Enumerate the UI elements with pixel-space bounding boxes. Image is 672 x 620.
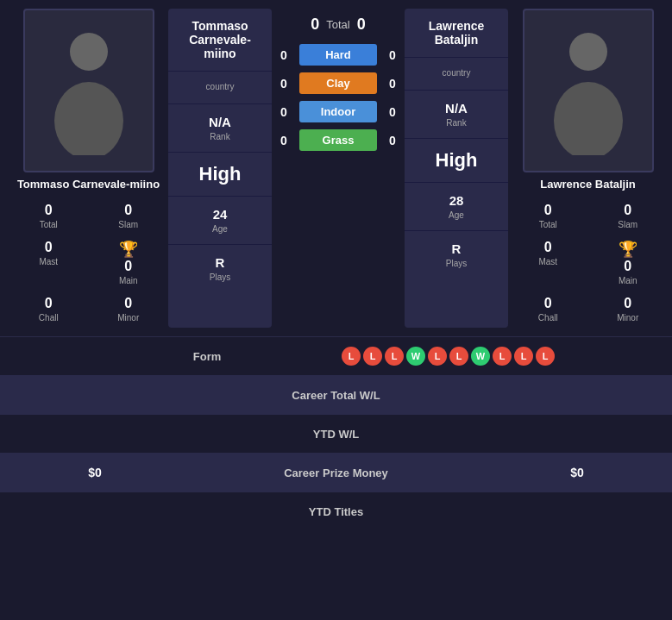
surface-right-score: 0 xyxy=(384,48,401,62)
right-mast-cell: 0 Mast xyxy=(508,235,588,291)
right-detail-card: LawrenceBataljin country N/A Rank High 2… xyxy=(405,9,508,328)
form-badge-8: L xyxy=(514,347,533,366)
left-chall-value: 0 xyxy=(45,296,53,311)
form-badge-0: L xyxy=(342,347,361,366)
left-slam-cell: 0 Slam xyxy=(89,197,169,235)
right-slam-value: 0 xyxy=(624,203,631,218)
right-player-avatar xyxy=(523,9,654,172)
left-name-header: TommasoCarnevale-miino xyxy=(175,19,265,60)
left-total-value: 0 xyxy=(45,203,53,218)
surface-btn-clay[interactable]: Clay xyxy=(299,72,377,94)
svg-point-3 xyxy=(554,82,623,155)
left-chall-cell: 0 Chall xyxy=(9,291,89,328)
form-label: Form xyxy=(173,348,242,364)
left-player-avatar xyxy=(23,9,154,172)
ytd-titles-row: YTD Titles xyxy=(0,492,672,530)
right-high-row: High xyxy=(405,139,508,183)
left-minor-value: 0 xyxy=(124,296,132,311)
left-main-label: Main xyxy=(119,276,138,285)
right-age-row: 28 Age xyxy=(405,183,508,231)
right-chall-cell: 0 Chall xyxy=(508,291,588,328)
left-slam-value: 0 xyxy=(124,203,132,218)
left-minor-cell: 0 Minor xyxy=(89,291,169,328)
surfaces-container: 0 Hard 0 0 Clay 0 0 Indoor 0 0 Grass 0 xyxy=(275,44,401,158)
left-plays-label: Plays xyxy=(210,272,230,282)
left-high-value: High xyxy=(199,163,242,185)
right-plays-value: R xyxy=(452,241,462,256)
right-player-name: Lawrence Bataljin xyxy=(540,178,636,191)
center-total-label: Total xyxy=(326,18,349,31)
center-total-right: 0 xyxy=(357,16,366,34)
svg-point-2 xyxy=(569,33,607,71)
left-age-value: 24 xyxy=(213,207,228,222)
right-chall-label: Chall xyxy=(538,313,558,323)
form-badge-9: L xyxy=(536,347,555,366)
career-total-label: Career Total W/L xyxy=(173,389,499,402)
main-container: Tommaso Carnevale-miino 0 Total 0 Slam 0… xyxy=(0,0,672,530)
left-detail-card: TommasoCarnevale-miino country N/A Rank … xyxy=(168,9,272,328)
right-name-header: LawrenceBataljin xyxy=(429,19,485,47)
center-total-left: 0 xyxy=(311,16,319,34)
ytd-wl-label: YTD W/L xyxy=(173,428,499,441)
left-main-value: 0 xyxy=(124,259,132,274)
left-name-header-row: TommasoCarnevale-miino xyxy=(168,9,272,72)
center-column: 0 Total 0 0 Hard 0 0 Clay 0 0 Indoor 0 0… xyxy=(272,9,405,328)
left-rank-row: N/A Rank xyxy=(168,104,272,153)
right-main-label: Main xyxy=(619,276,637,285)
form-badges: LLLWLLWLLL xyxy=(242,347,655,366)
ytd-wl-row: YTD W/L xyxy=(0,414,672,453)
prize-label: Career Prize Money xyxy=(173,467,499,479)
right-name-header-row: LawrenceBataljin xyxy=(405,9,508,58)
left-player-stats: 0 Total 0 Slam 0 Mast 🏆 0 Main 0 xyxy=(9,197,168,328)
right-mast-value: 0 xyxy=(544,240,552,255)
left-total-label: Total xyxy=(40,220,58,229)
career-total-row: Career Total W/L xyxy=(0,375,672,414)
left-trophy-icon: 🏆 xyxy=(119,240,138,259)
left-chall-label: Chall xyxy=(39,313,59,323)
right-total-label: Total xyxy=(539,220,557,229)
surface-right-score: 0 xyxy=(384,105,401,119)
left-player-name: Tommaso Carnevale-miino xyxy=(17,178,160,191)
right-age-label: Age xyxy=(449,210,464,220)
left-age-row: 24 Age xyxy=(168,197,272,245)
left-plays-value: R xyxy=(216,255,225,270)
surface-btn-indoor[interactable]: Indoor xyxy=(299,101,377,122)
form-badge-4: L xyxy=(428,347,447,366)
left-rank-value: N/A xyxy=(209,115,231,129)
surface-btn-hard[interactable]: Hard xyxy=(299,44,377,66)
prize-row: $0 Career Prize Money $0 xyxy=(0,453,672,492)
middle-section: TommasoCarnevale-miino country N/A Rank … xyxy=(168,9,508,328)
surface-left-score: 0 xyxy=(275,134,292,147)
left-age-label: Age xyxy=(212,224,228,234)
surface-row-clay: 0 Clay 0 xyxy=(275,72,401,94)
right-country-row: country xyxy=(405,58,508,91)
form-badge-3: W xyxy=(406,347,425,366)
left-slam-label: Slam xyxy=(118,220,138,229)
right-main-value: 0 xyxy=(624,259,631,274)
right-prize: $0 xyxy=(499,466,655,479)
right-rank-label: Rank xyxy=(446,118,466,128)
right-trophy-cell: 🏆 0 Main xyxy=(588,235,669,291)
center-total-row: 0 Total 0 xyxy=(311,16,366,34)
right-high-value: High xyxy=(436,149,478,172)
left-country-label: country xyxy=(206,82,235,91)
right-slam-label: Slam xyxy=(618,220,637,229)
right-mast-label: Mast xyxy=(538,257,557,266)
left-prize: $0 xyxy=(17,466,173,479)
right-chall-value: 0 xyxy=(544,296,552,311)
surface-btn-grass[interactable]: Grass xyxy=(299,129,377,151)
surface-right-score: 0 xyxy=(384,134,401,147)
left-minor-label: Minor xyxy=(117,313,139,323)
surface-row-grass: 0 Grass 0 xyxy=(275,129,401,151)
right-minor-cell: 0 Minor xyxy=(588,291,669,328)
form-badge-6: W xyxy=(471,347,490,366)
right-rank-row: N/A Rank xyxy=(405,91,508,139)
left-mast-label: Mast xyxy=(39,257,58,266)
right-plays-row: R Plays xyxy=(405,231,508,279)
surface-left-score: 0 xyxy=(275,105,292,119)
surface-row-indoor: 0 Indoor 0 xyxy=(275,101,401,122)
svg-point-1 xyxy=(54,82,123,155)
right-plays-label: Plays xyxy=(446,259,467,268)
left-mast-cell: 0 Mast xyxy=(9,235,89,291)
right-rank-value: N/A xyxy=(445,101,468,116)
